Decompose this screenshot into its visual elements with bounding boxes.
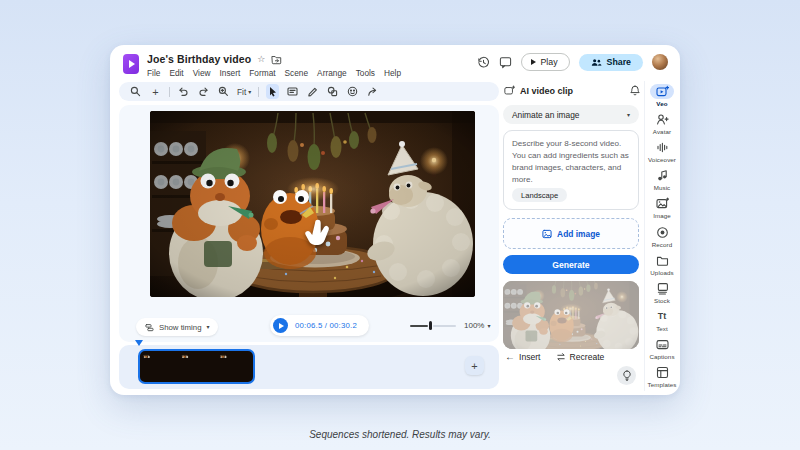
play-button[interactable]: Play [521,53,569,71]
people-icon [591,58,602,67]
playhead-marker[interactable] [135,340,143,346]
rail-item-voiceover[interactable]: Voiceover [645,137,679,165]
fit-zoom-select[interactable]: Fit ▾ [237,87,251,97]
shapes-icon[interactable] [326,84,339,99]
insert-button[interactable]: ← Insert [505,352,541,362]
header-actions: Play Share [477,53,668,71]
zoom-in-icon[interactable]: + [149,84,162,99]
rail-item-uploads[interactable]: Uploads [645,250,679,278]
aspect-ratio-chip[interactable]: Landscape [512,188,567,202]
show-timing-select[interactable]: Show timing ▾ [136,318,218,336]
selected-clip-thumbnail[interactable] [138,349,255,384]
rail-label: Music [654,184,671,191]
menu-help[interactable]: Help [384,68,401,78]
account-avatar[interactable] [652,54,668,70]
menu-arrange[interactable]: Arrange [317,68,347,78]
timeline-zoom-control: 100% ▾ [410,321,490,330]
recreate-label: Recreate [570,352,605,362]
captions-icon-wrap [650,337,674,352]
rail-item-templates[interactable]: Templates [645,363,679,391]
panel-header: AI video clip [504,83,640,98]
menu-format[interactable]: Format [249,68,275,78]
document-title[interactable]: Joe's Birthday video [147,53,251,65]
recreate-button[interactable]: Recreate [556,352,605,362]
toolbar-divider [169,87,170,97]
music-note-icon [656,169,669,182]
pen-tool-icon[interactable] [306,84,319,99]
search-icon[interactable] [129,84,142,99]
select-tool-icon[interactable] [266,84,279,99]
rail-item-stock[interactable]: Stock [645,278,679,306]
zoom-slider-handle[interactable] [429,321,432,330]
rail-item-record[interactable]: Record [645,222,679,250]
zoom-tool-icon[interactable] [217,84,230,99]
vids-app-icon[interactable] [123,54,139,74]
playback-pill: 00:06.5 / 00:30.2 [270,315,369,336]
mode-dropdown[interactable]: Animate an image ▾ [503,105,639,124]
rail-label: Templates [647,381,676,388]
rail-label: Voiceover [648,156,676,163]
rail-item-music[interactable]: Music [645,166,679,194]
menu-file[interactable]: File [147,68,160,78]
rail-item-captions[interactable]: Captions [645,335,679,363]
time-display: 00:06.5 / 00:30.2 [295,321,357,330]
lightbulb-icon [622,370,632,381]
chevron-down-icon: ▾ [487,323,490,329]
prompt-input[interactable]: Describe your 8-second video. You can ad… [503,130,639,210]
rail-label: Uploads [650,269,673,276]
star-icon[interactable]: ☆ [257,55,265,64]
text-icon-wrap: Tt [650,309,674,324]
plus-icon: + [471,360,477,372]
notifications-bell-icon[interactable] [630,85,640,96]
idea-lightbulb-button[interactable] [617,366,636,385]
record-icon-wrap [650,225,674,240]
avatar-person-icon [656,113,669,126]
rail-item-image[interactable]: Image [645,194,679,222]
text-box-icon[interactable] [286,84,299,99]
cursor-arrow-icon [268,86,278,97]
document-title-row: Joe's Birthday video ☆ [147,53,282,65]
menu-view[interactable]: View [193,68,211,78]
avatar-icon-wrap [650,112,674,127]
generate-button[interactable]: Generate [503,255,639,274]
image-icon [542,229,552,239]
rail-item-avatar[interactable]: Avatar [645,109,679,137]
templates-icon-wrap [650,365,674,380]
add-image-button[interactable]: Add image [503,218,639,249]
zoom-slider[interactable] [410,321,456,330]
emoji-icon[interactable] [346,84,359,99]
hand-cursor-icon [302,217,336,257]
version-history-icon[interactable] [477,56,490,69]
rail-label: Record [652,241,673,248]
captions-icon [656,338,669,351]
menu-insert[interactable]: Insert [220,68,241,78]
add-image-label: Add image [557,229,600,239]
desktop-background: Joe's Birthday video ☆ File Edit View In… [0,0,800,450]
menu-tools[interactable]: Tools [356,68,375,78]
add-scene-button[interactable]: + [465,356,484,375]
rail-item-veo[interactable]: Veo [645,81,679,109]
disclaimer-caption: Sequences shortened. Results may vary. [0,429,800,440]
fit-label: Fit [237,87,246,97]
redo-icon[interactable] [197,84,210,99]
voiceover-icon-wrap [650,140,674,155]
share-arrow-icon[interactable] [366,84,379,99]
menu-bar: File Edit View Insert Format Scene Arran… [147,68,401,78]
comments-icon[interactable] [499,56,512,69]
video-canvas[interactable] [150,111,475,297]
play-triangle-icon [279,323,284,329]
undo-icon[interactable] [177,84,190,99]
image-mountain-icon [656,197,669,210]
toolbar-divider [258,87,259,97]
share-button[interactable]: Share [579,54,643,71]
move-folder-icon[interactable] [271,54,282,65]
generated-preview[interactable] [503,281,639,349]
rail-item-text[interactable]: Tt Text [645,307,679,335]
zoom-level-select[interactable]: 100% ▾ [464,321,490,330]
play-pause-button[interactable] [273,318,288,333]
veo-icon-wrap [650,84,674,99]
menu-edit[interactable]: Edit [169,68,183,78]
waveform-icon [656,141,669,154]
zoom-slider-track [433,325,456,327]
menu-scene[interactable]: Scene [285,68,309,78]
